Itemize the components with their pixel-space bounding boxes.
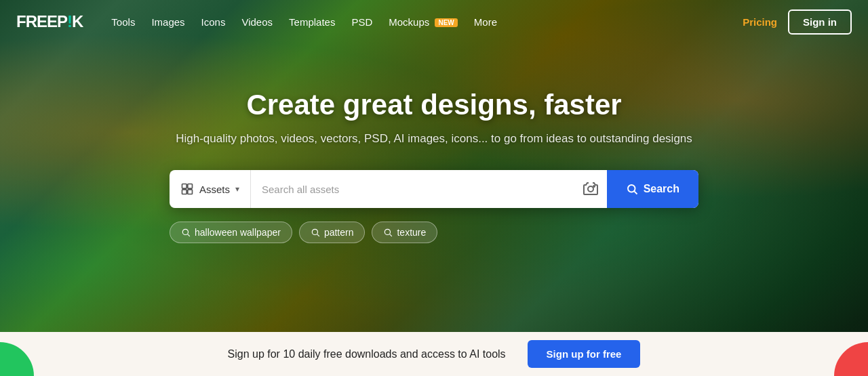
nav-icons[interactable]: Icons xyxy=(195,12,233,32)
search-button[interactable]: Search xyxy=(607,170,698,208)
search-bar: Assets ▾ Search xyxy=(170,170,698,208)
asset-type-selector[interactable]: Assets ▾ xyxy=(170,170,251,208)
nav-mockups[interactable]: Mockups NEW xyxy=(382,12,465,32)
svg-point-6 xyxy=(628,185,635,192)
nav-psd[interactable]: PSD xyxy=(344,12,379,32)
chevron-down-icon: ▾ xyxy=(235,184,239,194)
new-badge: NEW xyxy=(435,18,457,27)
search-pill-icon-2 xyxy=(311,228,320,237)
suggestion-pattern[interactable]: pattern xyxy=(299,222,366,243)
search-pill-icon-3 xyxy=(383,228,393,237)
svg-line-13 xyxy=(390,234,392,236)
nav-more[interactable]: More xyxy=(467,12,504,32)
search-pill-icon xyxy=(181,228,191,237)
selector-label: Assets xyxy=(199,184,230,195)
corner-decoration-red xyxy=(834,342,868,376)
nav-images[interactable]: Images xyxy=(144,12,191,32)
suggestion-halloween-label: halloween wallpaper xyxy=(195,227,281,238)
suggestion-pills: halloween wallpaper pattern texture xyxy=(170,222,698,243)
navbar: FREEP!K Tools Images Icons Videos Templa… xyxy=(0,0,868,43)
bottom-banner: Sign up for 10 daily free downloads and … xyxy=(0,332,868,376)
svg-line-11 xyxy=(317,234,319,236)
hero-content: Create great designs, faster High-qualit… xyxy=(156,89,712,243)
camera-icon xyxy=(583,181,599,197)
suggestion-halloween[interactable]: halloween wallpaper xyxy=(170,222,292,243)
search-button-label: Search xyxy=(644,183,679,195)
suggestion-pattern-label: pattern xyxy=(324,227,354,238)
search-icon xyxy=(626,183,638,195)
nav-mockups-label: Mockups xyxy=(389,16,429,28)
svg-rect-0 xyxy=(182,184,187,189)
nav-videos[interactable]: Videos xyxy=(235,12,279,32)
suggestion-texture-label: texture xyxy=(397,227,426,238)
svg-line-9 xyxy=(188,234,190,236)
suggestion-texture[interactable]: texture xyxy=(372,222,437,243)
image-search-button[interactable] xyxy=(574,170,607,208)
svg-point-8 xyxy=(182,229,188,234)
pricing-link[interactable]: Pricing xyxy=(743,16,777,28)
svg-rect-2 xyxy=(182,190,187,194)
svg-line-7 xyxy=(634,191,637,194)
svg-point-12 xyxy=(385,229,391,234)
svg-point-5 xyxy=(593,186,595,187)
nav-tools[interactable]: Tools xyxy=(104,12,142,32)
nav-links: Tools Images Icons Videos Templates PSD … xyxy=(104,12,743,32)
signin-button[interactable]: Sign in xyxy=(788,9,852,35)
hero-subtitle: High-quality photos, videos, vectors, PS… xyxy=(170,132,698,146)
banner-text: Sign up for 10 daily free downloads and … xyxy=(228,348,506,360)
svg-point-10 xyxy=(312,229,317,234)
corner-decoration-green xyxy=(0,342,34,376)
hero-section: Create great designs, faster High-qualit… xyxy=(0,0,868,332)
signup-button[interactable]: Sign up for free xyxy=(528,340,641,368)
nav-right: Pricing Sign in xyxy=(743,9,852,35)
assets-icon xyxy=(180,182,194,196)
hero-title: Create great designs, faster xyxy=(170,89,698,121)
logo[interactable]: FREEP!K xyxy=(16,12,83,31)
svg-rect-3 xyxy=(188,190,193,194)
nav-templates[interactable]: Templates xyxy=(282,12,342,32)
search-input[interactable] xyxy=(251,170,574,208)
svg-rect-1 xyxy=(188,184,193,189)
svg-point-4 xyxy=(588,186,593,192)
logo-highlight: ! xyxy=(67,12,72,30)
